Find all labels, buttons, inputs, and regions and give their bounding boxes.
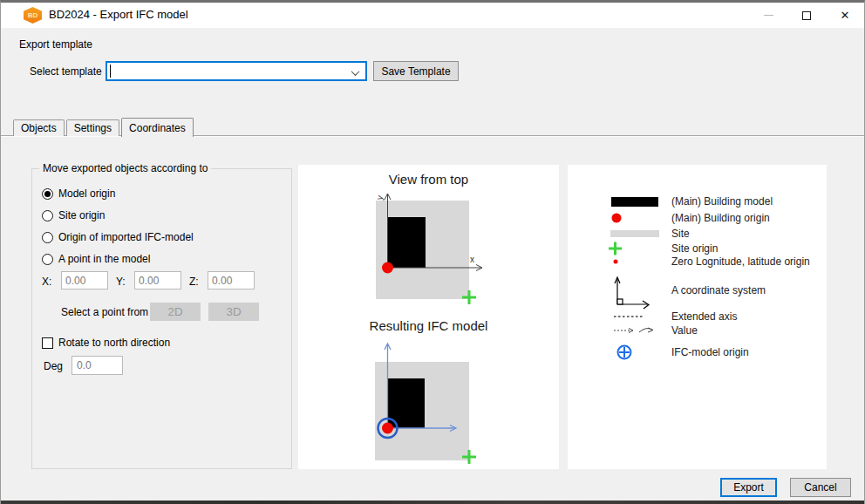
radio-icon [42,188,53,200]
zero-longitude-dot [614,260,618,264]
text-cursor [110,65,111,78]
building-model-swatch [611,197,658,207]
resulting-ifc-diagram [298,337,559,469]
legend-item-label: Zero Lognitude, latitude origin [671,255,810,268]
x-field[interactable] [61,271,108,289]
move-objects-group: Move exported objects according to Model… [31,168,292,469]
close-button[interactable]: ✕ [826,3,864,28]
y-field[interactable] [134,271,181,289]
app-icon: BD [24,7,42,24]
tab-coordinates[interactable]: Coordinates [121,118,194,137]
legend-item-label: Value [671,324,698,337]
radio-label: Model origin [58,187,115,200]
save-template-button[interactable]: Save Template [373,61,459,81]
legend-item-label: A coordinate system [671,284,766,296]
export-ifc-dialog: BD BD2024 - Export IFC model ✕ Export te… [0,0,865,504]
desktop-edge [1,501,865,504]
top-view-diagram: y x [298,189,559,320]
legend-panel: (Main) Building model (Main) Building or… [568,165,827,469]
ifc-model-origin-icon [618,346,631,359]
close-icon: ✕ [841,10,850,21]
x-label: X: [42,276,51,288]
diagram-panel: View from top y x Resulting IFC model [298,165,559,469]
rotate-north-checkbox[interactable]: Rotate to north direction [42,337,170,349]
tab-objects[interactable]: Objects [13,119,65,136]
radio-label: A point in the model [58,253,150,265]
legend-item-label: (Main) Building origin [671,212,770,224]
legend-item-label: IFC-model origin [671,346,749,358]
legend-item-label: Site origin [671,242,718,255]
building-origin-dot [612,214,622,223]
radio-icon [42,210,53,221]
legend-item-label: Extended axis [671,310,737,323]
x-axis-label: x [470,255,474,264]
radio-point-in-model[interactable]: A point in the model [42,253,150,265]
maximize-button[interactable] [787,3,826,28]
select-point-label: Select a point from [61,306,148,318]
chevron-down-icon[interactable] [352,70,359,77]
template-combobox[interactable] [106,61,367,81]
radio-imported-ifc-origin[interactable]: Origin of imported IFC-model [42,231,194,243]
deg-field[interactable] [72,356,123,375]
building-origin-dot [382,423,393,434]
pick-2d-button[interactable]: 2D [150,303,201,321]
move-objects-group-title: Move exported objects according to [39,162,211,174]
z-field[interactable] [208,271,255,289]
pick-3d-button[interactable]: 3D [208,303,259,321]
title-bar[interactable]: BD BD2024 - Export IFC model ✕ [1,3,864,28]
select-template-label: Select template [30,65,102,78]
legend-item-label: (Main) Building model [671,195,773,208]
tab-strip: Objects Settings Coordinates [13,118,195,136]
deg-label: Deg [44,360,63,372]
legend-item-label: Site [671,228,690,240]
checkbox-icon [42,337,53,349]
y-label: Y: [116,276,126,288]
radio-icon [42,232,53,243]
checkbox-label: Rotate to north direction [58,337,170,349]
maximize-icon [802,11,811,20]
radio-icon [42,254,53,265]
z-label: Z: [189,276,199,288]
radio-model-origin[interactable]: Model origin [42,187,115,200]
building-model [388,217,426,268]
export-button[interactable]: Export [720,478,777,497]
radio-site-origin[interactable]: Site origin [42,209,105,221]
minimize-button[interactable] [749,3,787,28]
export-template-label: Export template [19,38,92,51]
radio-label: Origin of imported IFC-model [58,231,194,243]
resulting-ifc-title: Resulting IFC model [298,318,559,333]
y-axis-label: y [374,194,385,201]
site-origin-plus [609,242,622,255]
radio-label: Site origin [58,209,105,221]
coordinate-system-icon [615,277,649,309]
top-view-title: View from top [298,172,559,187]
site-swatch [610,230,659,237]
tab-settings[interactable]: Settings [66,119,119,136]
window-title: BD2024 - Export IFC model [49,8,188,21]
building-origin-dot [382,262,393,274]
cancel-button[interactable]: Cancel [790,478,851,497]
value-arrows-icon [614,328,653,333]
minimize-icon [764,15,773,16]
